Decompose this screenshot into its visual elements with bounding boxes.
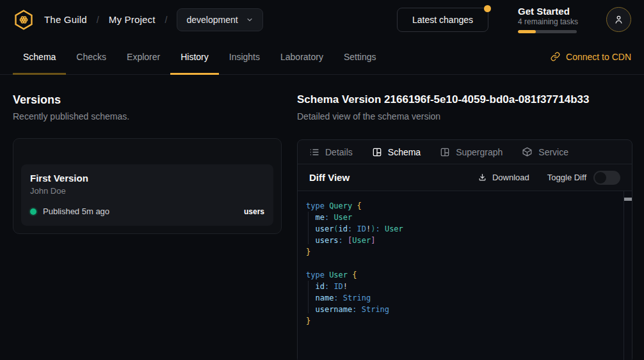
connect-to-cdn-link[interactable]: Connect to CDN [551, 39, 631, 74]
indent-guide [308, 281, 309, 313]
code-line [306, 258, 624, 269]
code-line: } [306, 315, 624, 327]
panel-tab-supergraph[interactable]: Supergraph [440, 147, 503, 157]
code-line: username: String [306, 304, 624, 315]
get-started-progress-bar [518, 30, 577, 33]
version-status-text: Published 5m ago [43, 207, 109, 216]
code-line: } [306, 246, 624, 258]
code-line: type User { [306, 269, 624, 281]
nav-tab-history[interactable]: History [170, 39, 219, 74]
code-scrollbar[interactable] [624, 191, 632, 360]
download-icon [478, 173, 487, 182]
breadcrumb-org[interactable]: The Guild [44, 14, 87, 25]
nav-tab-checks[interactable]: Checks [66, 39, 117, 74]
version-status: Published 5m ago [30, 207, 109, 216]
progress-fill [518, 30, 536, 33]
get-started-widget[interactable]: Get Started 4 remaining tasks [518, 6, 577, 33]
person-icon [613, 14, 624, 25]
panel-tab-details[interactable]: Details [309, 147, 353, 157]
code-line: type Query { [306, 200, 624, 212]
diff-view-title: Diff View [309, 172, 350, 183]
primary-tabs: SchemaChecksExplorerHistoryInsightsLabor… [13, 39, 387, 74]
code-block[interactable]: type Query { me: User user(id: ID!): Use… [298, 191, 624, 360]
main-content: Versions Recently published schemas. Fir… [0, 75, 644, 360]
nav-tab-schema[interactable]: Schema [13, 39, 66, 74]
latest-changes-button[interactable]: Latest changes [397, 8, 488, 32]
user-avatar[interactable] [606, 7, 631, 32]
toggle-diff-switch[interactable] [593, 171, 620, 185]
columns-icon [372, 147, 382, 157]
published-status-dot-icon [30, 208, 36, 215]
schema-view-tabs: DetailsSchemaSupergraphService [298, 140, 632, 164]
nav-tab-explorer[interactable]: Explorer [117, 39, 170, 74]
list-icon [309, 147, 319, 157]
panel-tab-schema[interactable]: Schema [372, 147, 421, 157]
breadcrumb-project[interactable]: My Project [109, 14, 156, 25]
panel-tab-service[interactable]: Service [522, 146, 568, 157]
version-list-item[interactable]: First Version John Doe Published 5m ago … [21, 164, 273, 226]
service-name-badge: users [244, 207, 264, 216]
panel-tab-label: Service [538, 147, 568, 157]
get-started-remaining-tasks: 4 remaining tasks [518, 17, 577, 27]
hive-logo-icon[interactable] [13, 9, 35, 31]
schema-version-subtitle: Detailed view of the schema version [297, 111, 632, 121]
link-icon [551, 52, 560, 61]
cube-icon [522, 146, 533, 157]
environment-selector-value: development [186, 15, 237, 25]
code-line: id: ID! [306, 281, 624, 292]
versions-panel: Versions Recently published schemas. Fir… [13, 93, 282, 360]
code-line: name: String [306, 292, 624, 304]
columns-icon [440, 147, 450, 157]
code-line: users: [User] [306, 235, 624, 246]
environment-selector[interactable]: development [177, 8, 262, 31]
versions-subtitle: Recently published schemas. [13, 111, 282, 121]
schema-code-area: type Query { me: User user(id: ID!): Use… [298, 191, 632, 360]
panel-tab-label: Supergraph [456, 147, 503, 157]
schema-version-panel: Schema Version 2166196f-5e10-4059-bd0a-0… [297, 93, 632, 360]
switch-knob [595, 172, 606, 184]
download-button[interactable]: Download [478, 173, 529, 182]
schema-version-box: DetailsSchemaSupergraphService Diff View… [297, 139, 632, 360]
nav-tab-insights[interactable]: Insights [219, 39, 270, 74]
toggle-diff-label: Toggle Diff [547, 173, 586, 182]
schema-version-title: Schema Version 2166196f-5e10-4059-bd0a-0… [297, 93, 632, 107]
get-started-title: Get Started [518, 6, 577, 17]
panel-tab-label: Schema [388, 147, 421, 157]
diff-view-toolbar: Diff View Download Toggle Diff [298, 164, 632, 191]
breadcrumb-separator: / [165, 15, 168, 25]
chevron-down-icon [246, 16, 254, 24]
panel-tab-label: Details [325, 147, 353, 157]
versions-list-card: First Version John Doe Published 5m ago … [13, 138, 282, 234]
breadcrumb-separator: / [97, 15, 99, 25]
indent-guide [308, 212, 309, 244]
code-line: user(id: ID!): User [306, 223, 624, 235]
versions-title: Versions [13, 93, 282, 107]
notification-dot [484, 5, 491, 12]
code-scrollbar-thumb[interactable] [624, 198, 632, 201]
version-name: First Version [30, 173, 264, 184]
nav-tab-settings[interactable]: Settings [334, 39, 387, 74]
nav-tab-laboratory[interactable]: Laboratory [270, 39, 334, 74]
version-author: John Doe [30, 186, 264, 196]
top-header: The Guild / My Project / development Lat… [0, 0, 644, 39]
code-line: me: User [306, 212, 624, 223]
primary-nav: SchemaChecksExplorerHistoryInsightsLabor… [0, 39, 644, 75]
